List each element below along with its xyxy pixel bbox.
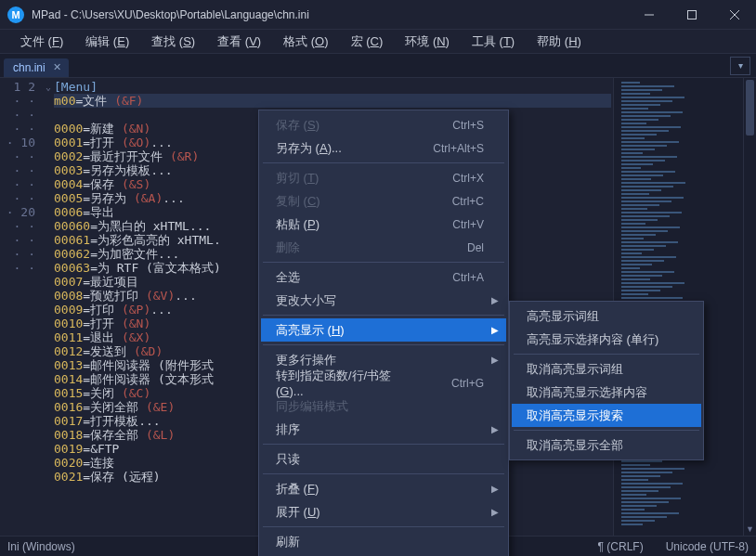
menu-工具[interactable]: 工具 (T) <box>461 31 526 53</box>
svg-rect-1 <box>688 10 697 19</box>
tab-menu-button[interactable]: ▾ <box>730 57 750 75</box>
ctx-item-0: 保存 (S)Ctrl+S <box>261 113 506 136</box>
sub-sep <box>514 354 699 355</box>
ctx-item-20[interactable]: 折叠 (F)▶ <box>261 477 506 500</box>
ctx-item-21[interactable]: 展开 (U)▶ <box>261 500 506 524</box>
scroll-down-icon[interactable]: ▼ <box>744 523 756 536</box>
ctx-sep <box>263 526 504 527</box>
ctx-sep <box>263 162 504 163</box>
menu-bar: 文件 (F)编辑 (E)查找 (S)查看 (V)格式 (O)宏 (C)环境 (N… <box>0 30 756 54</box>
status-lineend[interactable]: ¶ (CRLF) <box>598 540 644 553</box>
title-bar[interactable]: M MPad - C:\Users\XU\Desktop\Portable\La… <box>0 0 756 30</box>
menu-查找[interactable]: 查找 (S) <box>140 31 206 53</box>
tab-strip: chn.ini ✕ ▾ <box>0 54 756 78</box>
maximize-button[interactable] <box>671 0 713 30</box>
menu-宏[interactable]: 宏 (C) <box>340 31 395 53</box>
line-gutter[interactable]: 1 2 · · · · · · · 10 · · · · · · · · · 2… <box>0 78 43 536</box>
menu-查看[interactable]: 查看 (V) <box>206 31 272 53</box>
ctx-sep <box>263 344 504 345</box>
ctx-item-9[interactable]: 更改大小写▶ <box>261 289 506 312</box>
app-icon: M <box>7 6 24 23</box>
fold-gutter[interactable]: ⌄ <box>43 78 54 536</box>
sub-item-5[interactable]: 取消高亮显示搜索 <box>512 404 701 427</box>
menu-编辑[interactable]: 编辑 (E) <box>74 31 140 53</box>
tab-close-icon[interactable]: ✕ <box>53 61 61 73</box>
ctx-sep <box>263 262 504 263</box>
window-title: MPad - C:\Users\XU\Desktop\Portable\Lang… <box>32 8 628 21</box>
menu-帮助[interactable]: 帮助 (H) <box>526 31 593 53</box>
menu-格式[interactable]: 格式 (O) <box>272 31 339 53</box>
sub-item-0[interactable]: 高亮显示词组 <box>512 304 701 328</box>
ctx-item-5[interactable]: 粘贴 (P)Ctrl+V <box>261 213 506 236</box>
ctx-item-14[interactable]: 转到指定函数/行/书签 (G)...Ctrl+G <box>261 371 506 394</box>
ctx-item-18[interactable]: 只读 <box>261 447 506 471</box>
close-button[interactable] <box>713 0 756 30</box>
menu-文件[interactable]: 文件 (F) <box>9 31 74 53</box>
vertical-scrollbar[interactable]: ▲ ▼ <box>743 78 756 536</box>
ctx-item-11[interactable]: 高亮显示 (H)▶ <box>261 318 506 342</box>
ctx-sep <box>263 444 504 445</box>
sub-item-1[interactable]: 高亮显示选择内容 (单行) <box>512 328 701 351</box>
sub-item-7[interactable]: 取消高亮显示全部 <box>512 433 701 457</box>
tab-chn-ini[interactable]: chn.ini ✕ <box>4 58 69 77</box>
ctx-sep <box>263 315 504 316</box>
ctx-item-4: 复制 (C)Ctrl+C <box>261 189 506 213</box>
ctx-item-16[interactable]: 排序▶ <box>261 418 506 441</box>
ctx-item-8[interactable]: 全选Ctrl+A <box>261 265 506 289</box>
status-encoding[interactable]: Unicode (UTF-8) <box>666 540 749 553</box>
menu-环境[interactable]: 环境 (N) <box>394 31 461 53</box>
ctx-item-15: 同步编辑模式 <box>261 394 506 418</box>
status-syntax[interactable]: Ini (Windows) <box>7 540 75 553</box>
sub-item-3[interactable]: 取消高亮显示词组 <box>512 357 701 381</box>
sub-sep <box>514 430 699 431</box>
ctx-item-6: 删除Del <box>261 236 506 259</box>
ctx-sep <box>263 473 504 474</box>
ctx-item-1[interactable]: 另存为 (A)...Ctrl+Alt+S <box>261 136 506 160</box>
ctx-item-3: 剪切 (T)Ctrl+X <box>261 166 506 189</box>
tab-label: chn.ini <box>13 61 46 74</box>
context-menu[interactable]: 保存 (S)Ctrl+S另存为 (A)...Ctrl+Alt+S剪切 (T)Ct… <box>258 110 509 556</box>
ctx-item-23[interactable]: 刷新 <box>261 530 506 553</box>
sub-item-4[interactable]: 取消高亮显示选择内容 <box>512 381 701 404</box>
scroll-thumb[interactable] <box>746 80 754 136</box>
highlight-submenu[interactable]: 高亮显示词组高亮显示选择内容 (单行)取消高亮显示词组取消高亮显示选择内容取消高… <box>509 301 704 460</box>
minimize-button[interactable] <box>628 0 671 30</box>
